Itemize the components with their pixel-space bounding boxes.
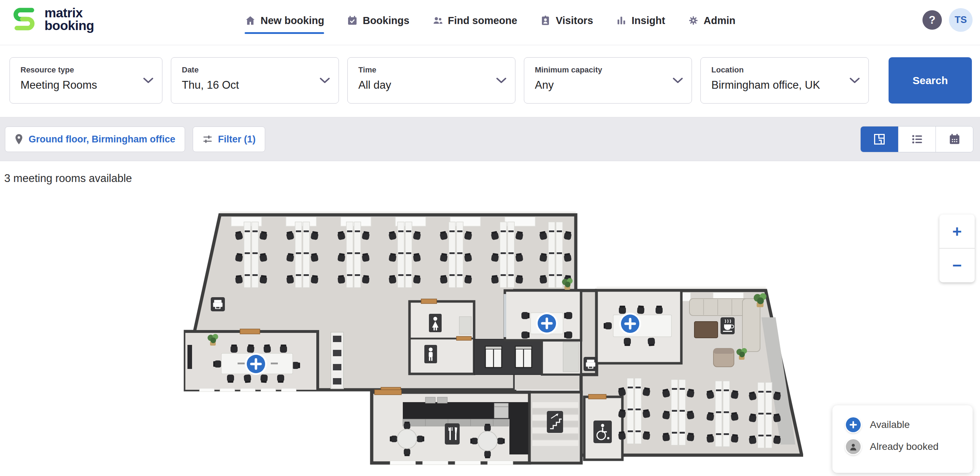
date-dropdown[interactable]: Date Thu, 16 Oct bbox=[171, 57, 339, 104]
calendar-view-icon bbox=[948, 133, 961, 145]
nav-find-someone[interactable]: Find someone bbox=[432, 0, 517, 43]
floorplan-map[interactable] bbox=[178, 211, 803, 473]
nav-label: Bookings bbox=[363, 15, 409, 27]
resource-type-dropdown[interactable]: Resource type Meeting Rooms bbox=[10, 57, 162, 104]
door bbox=[421, 299, 437, 303]
legend-item-booked: Already booked bbox=[846, 439, 973, 454]
available-room-marker-3[interactable] bbox=[619, 313, 641, 335]
nav-label: Visitors bbox=[556, 15, 593, 27]
restaurant-icon bbox=[445, 423, 460, 444]
nav-bookings[interactable]: Bookings bbox=[347, 0, 409, 43]
wc-rooms bbox=[409, 299, 474, 374]
minimum-capacity-dropdown[interactable]: Minimum capacity Any bbox=[524, 57, 692, 104]
user-avatar[interactable]: TS bbox=[949, 8, 973, 32]
field-value: Thu, 16 Oct bbox=[182, 79, 314, 91]
wheelchair-icon bbox=[593, 420, 612, 443]
time-dropdown[interactable]: Time All day bbox=[347, 57, 515, 104]
help-button[interactable]: ? bbox=[923, 10, 942, 30]
field-value: Birmingham office, UK bbox=[711, 79, 844, 91]
nav-label: Admin bbox=[703, 15, 735, 27]
field-label: Date bbox=[182, 65, 314, 75]
filter-chip-label: Filter (1) bbox=[218, 134, 256, 145]
field-value: All day bbox=[358, 79, 490, 91]
shelf-unit bbox=[331, 332, 344, 389]
door bbox=[457, 336, 471, 340]
location-chip-label: Ground floor, Birmingham office bbox=[29, 134, 175, 145]
field-label: Minimum capacity bbox=[535, 65, 667, 75]
view-toggle-floorplan[interactable] bbox=[861, 126, 898, 152]
map-pin-icon bbox=[14, 134, 23, 145]
app-header: matrix booking New booking Bookings Find… bbox=[0, 0, 980, 45]
elevator-doors bbox=[515, 346, 531, 367]
available-room-marker-2[interactable] bbox=[536, 312, 558, 334]
chevron-down-icon bbox=[850, 77, 860, 84]
legend-item-available: Available bbox=[846, 417, 973, 432]
id-badge-icon bbox=[540, 15, 551, 26]
bar-chart-icon bbox=[616, 15, 627, 26]
kitchen-area bbox=[372, 390, 530, 465]
chevron-down-icon bbox=[496, 77, 507, 84]
nav-admin[interactable]: Admin bbox=[688, 0, 735, 43]
available-room-marker-1[interactable] bbox=[245, 353, 267, 375]
door bbox=[240, 329, 260, 334]
door bbox=[375, 390, 401, 395]
stairs-area bbox=[530, 392, 581, 463]
plus-circle-icon bbox=[846, 417, 861, 432]
stairs-icon bbox=[547, 411, 563, 433]
filter-sliders-icon bbox=[202, 135, 213, 144]
search-filter-bar: Resource type Meeting Rooms Date Thu, 16… bbox=[0, 45, 980, 117]
gear-icon bbox=[688, 15, 699, 26]
results-toolbar: Ground floor, Birmingham office Filter (… bbox=[0, 117, 980, 161]
tv-screen bbox=[188, 345, 192, 369]
printer-icon bbox=[584, 357, 598, 371]
door bbox=[589, 395, 606, 399]
person-circle-icon bbox=[846, 439, 861, 454]
map-legend: Available Already booked bbox=[832, 405, 973, 473]
brand-logo[interactable]: matrix booking bbox=[10, 6, 94, 33]
field-label: Resource type bbox=[21, 65, 137, 75]
coffee-icon bbox=[721, 317, 735, 334]
floorplan-svg bbox=[178, 211, 803, 473]
window-strip bbox=[199, 388, 296, 391]
search-button[interactable]: Search bbox=[889, 57, 972, 104]
accessible-wc bbox=[584, 395, 622, 460]
home-icon bbox=[245, 15, 256, 26]
view-toggle-group bbox=[861, 126, 973, 152]
zoom-out-button[interactable]: − bbox=[939, 248, 975, 282]
location-chip[interactable]: Ground floor, Birmingham office bbox=[5, 126, 185, 152]
view-toggle-list[interactable] bbox=[898, 126, 935, 152]
field-value: Any bbox=[535, 79, 667, 91]
chevron-down-icon bbox=[143, 77, 154, 84]
filter-chip[interactable]: Filter (1) bbox=[193, 126, 266, 152]
nav-insight[interactable]: Insight bbox=[616, 0, 665, 43]
nav-label: New booking bbox=[261, 15, 324, 27]
map-zoom-control: + − bbox=[939, 214, 975, 282]
wc-male-icon bbox=[424, 345, 437, 363]
nav-label: Find someone bbox=[448, 15, 517, 27]
legend-label: Already booked bbox=[870, 441, 939, 452]
coffee-table bbox=[694, 321, 718, 338]
field-label: Time bbox=[358, 65, 490, 75]
field-value: Meeting Rooms bbox=[21, 79, 137, 91]
chevron-down-icon bbox=[673, 77, 683, 84]
nav-new-booking[interactable]: New booking bbox=[245, 0, 324, 43]
legend-label: Available bbox=[870, 419, 910, 430]
brand-name: matrix booking bbox=[45, 7, 94, 32]
matrix-booking-logo-icon bbox=[10, 6, 39, 33]
results-summary: 3 meeting rooms available bbox=[4, 172, 132, 185]
printer-icon bbox=[211, 297, 225, 311]
view-toggle-calendar[interactable] bbox=[935, 126, 973, 152]
nav-label: Insight bbox=[632, 15, 665, 27]
elevator-lobby bbox=[474, 339, 581, 375]
elevator-doors bbox=[485, 346, 502, 367]
field-label: Location bbox=[711, 65, 844, 75]
list-view-icon bbox=[911, 133, 924, 145]
chevron-down-icon bbox=[320, 77, 330, 84]
zoom-in-button[interactable]: + bbox=[939, 214, 975, 248]
people-icon bbox=[432, 15, 444, 26]
wc-female-icon bbox=[429, 314, 442, 332]
floorplan-view-icon bbox=[873, 133, 886, 145]
calendar-check-icon bbox=[347, 15, 358, 26]
location-dropdown[interactable]: Location Birmingham office, UK bbox=[700, 57, 869, 104]
nav-visitors[interactable]: Visitors bbox=[540, 0, 593, 43]
